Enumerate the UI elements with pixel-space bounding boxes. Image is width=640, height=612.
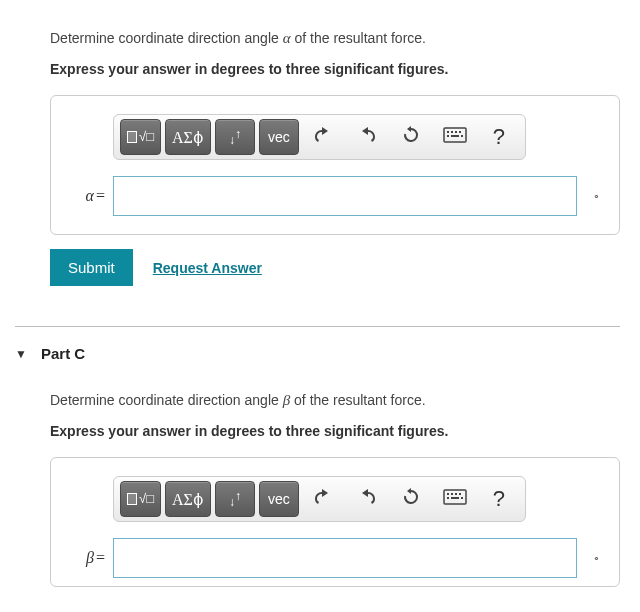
redo-icon xyxy=(357,126,377,148)
instruction-text-c: Express your answer in degrees to three … xyxy=(50,423,620,439)
reset-icon xyxy=(401,487,421,511)
svg-rect-3 xyxy=(455,131,457,133)
lhs-equals-c: = xyxy=(94,549,105,566)
keyboard-button[interactable] xyxy=(435,119,475,155)
svg-rect-14 xyxy=(451,497,459,499)
vec-label: vec xyxy=(268,129,290,145)
help-label: ? xyxy=(493,124,505,150)
request-answer-link[interactable]: Request Answer xyxy=(153,260,262,276)
lhs-variable: α xyxy=(86,187,94,204)
answer-input[interactable] xyxy=(113,176,577,216)
help-button[interactable]: ? xyxy=(479,119,519,155)
prompt-pre: Determine coordinate direction angle xyxy=(50,30,283,46)
templates-button[interactable]: √□ xyxy=(120,119,161,155)
keyboard-icon xyxy=(443,127,467,147)
help-label: ? xyxy=(493,486,505,512)
svg-rect-13 xyxy=(447,497,449,499)
svg-rect-7 xyxy=(461,135,463,137)
prompt-pre-c: Determine coordinate direction angle xyxy=(50,392,283,408)
symbols-label: ΑΣϕ xyxy=(172,490,204,509)
svg-rect-1 xyxy=(447,131,449,133)
answer-unit-c: ∘ xyxy=(577,552,607,565)
keyboard-icon xyxy=(443,489,467,509)
undo-button[interactable] xyxy=(303,481,343,517)
redo-icon xyxy=(357,488,377,510)
vec-button[interactable]: vec xyxy=(259,481,299,517)
prompt-text-c: Determine coordinate direction angle β o… xyxy=(50,392,620,409)
svg-rect-6 xyxy=(451,135,459,137)
svg-rect-4 xyxy=(459,131,461,133)
answer-lhs: α= xyxy=(63,187,113,205)
prompt-text: Determine coordinate direction angle α o… xyxy=(50,30,620,47)
answer-lhs-c: β= xyxy=(63,549,113,567)
templates-icon: √□ xyxy=(127,493,154,506)
subsup-button[interactable]: ↓↑ xyxy=(215,481,255,517)
equation-toolbar: √□ ΑΣϕ ↓↑ vec xyxy=(113,114,526,160)
svg-rect-11 xyxy=(455,493,457,495)
undo-icon xyxy=(313,488,333,510)
part-c-title: Part C xyxy=(41,345,85,362)
templates-icon: √□ xyxy=(127,131,154,144)
reset-button[interactable] xyxy=(391,119,431,155)
symbols-label: ΑΣϕ xyxy=(172,128,204,147)
part-c-header[interactable]: ▼ Part C xyxy=(15,326,620,372)
vec-button[interactable]: vec xyxy=(259,119,299,155)
svg-rect-10 xyxy=(451,493,453,495)
svg-rect-9 xyxy=(447,493,449,495)
lhs-variable-c: β xyxy=(86,549,94,566)
answer-input-c[interactable] xyxy=(113,538,577,578)
subsup-icon: ↓↑ xyxy=(229,130,241,144)
instruction-text: Express your answer in degrees to three … xyxy=(50,61,620,77)
keyboard-button[interactable] xyxy=(435,481,475,517)
prompt-post-c: of the resultant force. xyxy=(290,392,425,408)
svg-rect-2 xyxy=(451,131,453,133)
help-button[interactable]: ? xyxy=(479,481,519,517)
subsup-icon: ↓↑ xyxy=(229,492,241,506)
subsup-button[interactable]: ↓↑ xyxy=(215,119,255,155)
equation-toolbar-c: √□ ΑΣϕ ↓↑ vec xyxy=(113,476,526,522)
svg-rect-12 xyxy=(459,493,461,495)
submit-button[interactable]: Submit xyxy=(50,249,133,286)
collapse-icon: ▼ xyxy=(15,347,29,361)
redo-button[interactable] xyxy=(347,481,387,517)
symbols-button[interactable]: ΑΣϕ xyxy=(165,481,211,517)
vec-label: vec xyxy=(268,491,290,507)
svg-rect-15 xyxy=(461,497,463,499)
svg-rect-5 xyxy=(447,135,449,137)
reset-button[interactable] xyxy=(391,481,431,517)
reset-icon xyxy=(401,125,421,149)
redo-button[interactable] xyxy=(347,119,387,155)
answer-panel: √□ ΑΣϕ ↓↑ vec xyxy=(50,95,620,235)
answer-panel-c: √□ ΑΣϕ ↓↑ vec xyxy=(50,457,620,587)
prompt-post: of the resultant force. xyxy=(291,30,426,46)
answer-unit: ∘ xyxy=(577,190,607,203)
symbols-button[interactable]: ΑΣϕ xyxy=(165,119,211,155)
prompt-variable: α xyxy=(283,30,291,46)
templates-button[interactable]: √□ xyxy=(120,481,161,517)
lhs-equals: = xyxy=(94,187,105,204)
undo-icon xyxy=(313,126,333,148)
undo-button[interactable] xyxy=(303,119,343,155)
